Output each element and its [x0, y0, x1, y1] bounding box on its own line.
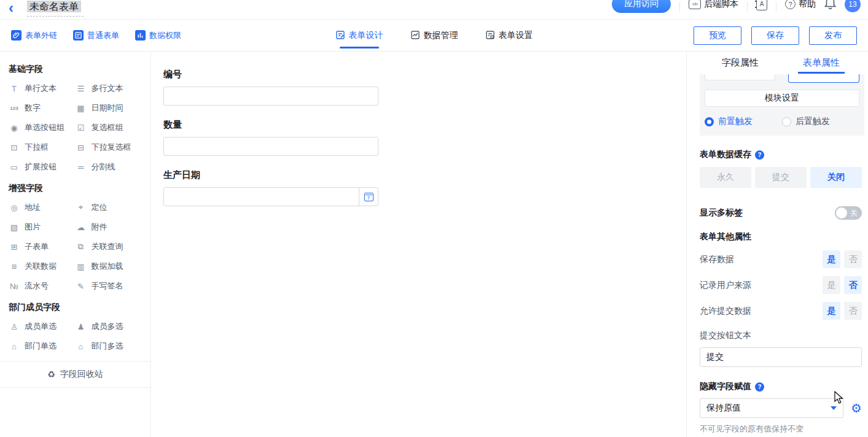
hidden-field-select[interactable]: 保持原值 [700, 398, 843, 418]
palette-field-数据加载[interactable]: ▥数据加载 [76, 257, 143, 276]
palette-field-关联查询[interactable]: ⧉关联查询 [76, 237, 143, 257]
toolbar-action-buttons: 预览保存发布 [694, 26, 857, 45]
cache-option-提交[interactable]: 提交 [755, 167, 807, 188]
form-title[interactable]: 未命名表单 [27, 1, 81, 12]
panel-tab-字段属性[interactable]: 字段属性 [700, 52, 781, 74]
radio-label: 后置触发 [796, 116, 830, 127]
multi-tag-label: 显示多标签 [700, 207, 743, 218]
help-button[interactable]: ? 帮助 [785, 0, 816, 10]
app-access-button[interactable]: 应用访问 [612, 0, 671, 13]
palette-field-单选按钮组[interactable]: ◉单选按钮组 [9, 118, 76, 137]
avatar[interactable]: 13 [845, 0, 861, 12]
date-suffix-button[interactable]: 7 [359, 188, 378, 206]
member-multi-icon: ♟ [76, 322, 87, 331]
location-icon: ⌖ [76, 203, 87, 212]
palette-field-关联数据[interactable]: ⧈关联数据 [9, 257, 76, 276]
prop-row-label: 记录用户来源 [700, 280, 751, 291]
multi-line-text-icon: ☰ [76, 84, 87, 93]
palette-field-label: 图片 [25, 222, 41, 233]
palette-field-label: 附件 [92, 222, 108, 233]
form-settings-icon [485, 30, 495, 42]
scrolled-cut-row [705, 74, 859, 83]
multi-tag-row: 显示多标签 关 [700, 206, 862, 220]
prop-row-label: 允许提交数据 [700, 306, 751, 317]
palette-field-成员多选[interactable]: ♟成员多选 [76, 317, 143, 336]
help-circle-icon[interactable]: ? [755, 382, 764, 392]
help-circle-icon[interactable]: ? [755, 150, 764, 160]
palette-field-多行文本[interactable]: ☰多行文本 [76, 79, 143, 98]
radio-前置触发[interactable]: 前置触发 [705, 116, 782, 127]
palette-field-下拉复选框[interactable]: ⊟下拉复选框 [76, 137, 143, 157]
palette-field-分割线[interactable]: ═分割线 [76, 157, 143, 177]
panel-tab-表单属性[interactable]: 表单属性 [781, 52, 862, 74]
palette-field-日期时间[interactable]: ▦日期时间 [76, 98, 143, 118]
option-是[interactable]: 是 [823, 276, 840, 294]
address-book-icon[interactable]: A [756, 0, 767, 10]
option-否[interactable]: 否 [844, 250, 862, 268]
tab-表单设计[interactable]: 表单设计 [335, 20, 383, 52]
number-icon: 123 [9, 106, 20, 111]
tab-表单设置[interactable]: 表单设置 [485, 20, 533, 52]
action-button-预览[interactable]: 预览 [694, 26, 741, 45]
notification-bell-button[interactable] [824, 0, 836, 12]
subform-icon: ⊞ [9, 242, 20, 252]
palette-field-部门多选[interactable]: ⌂部门多选 [76, 336, 143, 356]
back-button[interactable]: ‹ [9, 2, 14, 14]
radio-后置触发[interactable]: 后置触发 [782, 116, 859, 127]
palette-field-附件[interactable]: ☁附件 [76, 217, 143, 237]
canvas-field-input[interactable]: 7 [163, 187, 378, 206]
palette-field-手写签名[interactable]: ✎手写签名 [76, 276, 143, 296]
cache-option-永久[interactable]: 永久 [700, 167, 751, 188]
palette-field-部门单选[interactable]: ⌂部门单选 [9, 336, 76, 356]
canvas-field-input[interactable] [163, 137, 378, 156]
palette-field-label: 数据加载 [92, 261, 123, 272]
module-settings-button[interactable]: 模块设置 [705, 90, 859, 107]
toolbar-item-数据权限[interactable]: 数据权限 [135, 30, 181, 41]
palette-field-流水号[interactable]: №流水号 [9, 276, 76, 296]
canvas-field-编号[interactable]: 编号 [163, 69, 378, 106]
divider [679, 2, 680, 12]
option-否[interactable]: 否 [844, 276, 862, 294]
single-line-text-icon: T [9, 84, 20, 93]
canvas-field-input[interactable] [163, 87, 378, 106]
palette-field-label: 数字 [25, 102, 41, 114]
toolbar-item-普通表单[interactable]: 普通表单 [73, 30, 119, 41]
canvas-field-数量[interactable]: 数量 [163, 119, 378, 156]
gear-icon[interactable]: ⚙ [851, 402, 862, 414]
submit-text-input[interactable] [700, 347, 862, 367]
toolbar-item-表单外链[interactable]: 表单外链 [11, 30, 57, 41]
form-canvas[interactable]: 编号数量生产日期7 [151, 52, 687, 437]
cache-option-关闭[interactable]: 关闭 [810, 167, 862, 188]
form-title-wrap[interactable]: 未命名表单 [27, 1, 84, 17]
paperclip-icon [11, 30, 22, 41]
calendar-icon: 7 [364, 193, 373, 201]
option-是[interactable]: 是 [823, 250, 840, 268]
field-recycle-bin-button[interactable]: ♻ 字段回收站 [0, 361, 151, 388]
option-否[interactable]: 否 [844, 302, 862, 320]
multi-tag-toggle[interactable]: 关 [835, 206, 862, 220]
input-value [164, 87, 378, 105]
palette-field-定位[interactable]: ⌖定位 [76, 198, 143, 217]
option-是[interactable]: 是 [823, 302, 840, 320]
palette-field-地址[interactable]: ◎地址 [9, 198, 76, 217]
palette-field-子表单[interactable]: ⊞子表单 [9, 237, 76, 257]
radio-label: 前置触发 [718, 116, 753, 127]
palette-field-label: 扩展按钮 [25, 161, 57, 172]
palette-field-复选框组[interactable]: ☑复选框组 [76, 118, 143, 137]
palette-field-单行文本[interactable]: T单行文本 [9, 79, 76, 98]
palette-field-成员单选[interactable]: ♙成员单选 [9, 317, 76, 336]
action-button-保存[interactable]: 保存 [751, 26, 799, 45]
palette-field-下拉框[interactable]: ⊡下拉框 [9, 137, 76, 157]
tab-数据管理[interactable]: 数据管理 [410, 20, 458, 52]
palette-field-扩展按钮[interactable]: ▭扩展按钮 [9, 157, 76, 177]
radio-circle-icon [705, 117, 714, 126]
canvas-field-生产日期[interactable]: 生产日期7 [163, 169, 378, 206]
palette-field-图片[interactable]: ▧图片 [9, 217, 76, 237]
action-button-发布[interactable]: 发布 [809, 26, 857, 45]
palette-field-label: 下拉复选框 [92, 142, 131, 153]
bar-chart-icon [135, 30, 146, 41]
backend-script-button[interactable]: </> 后端脚本 [689, 0, 738, 10]
palette-field-数字[interactable]: 123数字 [9, 98, 76, 118]
backend-script-label: 后端脚本 [704, 0, 738, 10]
header-actions: 应用访问 </> 后端脚本 A ? 帮助 13 [612, 0, 861, 13]
